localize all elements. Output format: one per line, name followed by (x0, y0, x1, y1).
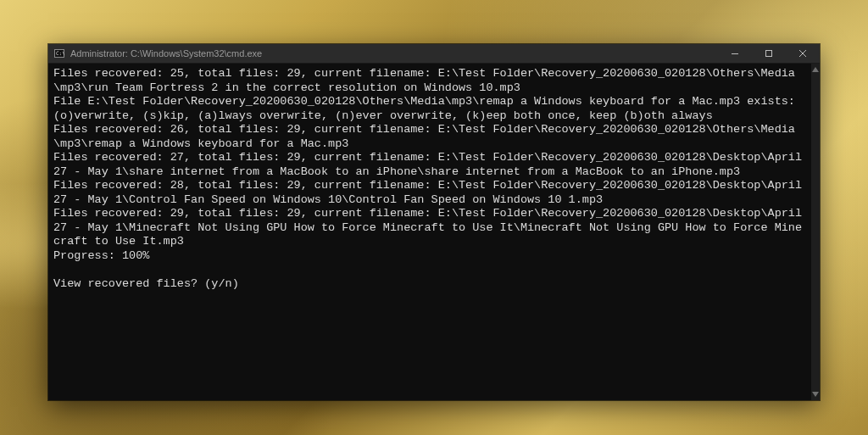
terminal-output[interactable]: Files recovered: 25, total files: 29, cu… (48, 64, 811, 400)
scroll-track[interactable] (811, 74, 820, 390)
desktop-background: C:\ Administrator: C:\Windows\System32\c… (0, 0, 868, 435)
vertical-scrollbar[interactable] (811, 64, 820, 400)
minimize-button[interactable] (718, 44, 752, 63)
svg-rect-3 (766, 51, 772, 57)
scroll-up-arrow-icon[interactable] (811, 65, 820, 74)
titlebar[interactable]: C:\ Administrator: C:\Windows\System32\c… (48, 44, 820, 64)
cmd-window: C:\ Administrator: C:\Windows\System32\c… (48, 44, 820, 400)
terminal-area: Files recovered: 25, total files: 29, cu… (48, 64, 820, 400)
svg-marker-6 (812, 67, 819, 72)
svg-marker-7 (812, 392, 819, 397)
maximize-button[interactable] (752, 44, 786, 63)
svg-rect-2 (732, 53, 738, 54)
cmd-icon: C:\ (53, 47, 65, 59)
window-controls (718, 44, 820, 63)
svg-text:C:\: C:\ (56, 50, 64, 56)
close-button[interactable] (786, 44, 820, 63)
window-title: Administrator: C:\Windows\System32\cmd.e… (70, 48, 262, 59)
scroll-down-arrow-icon[interactable] (811, 390, 820, 399)
